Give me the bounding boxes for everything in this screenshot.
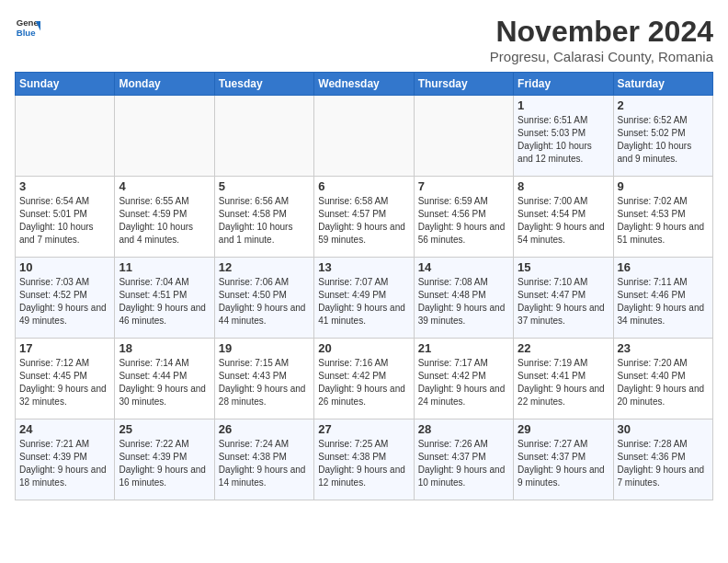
calendar-cell bbox=[214, 96, 313, 177]
calendar-cell: 15Sunrise: 7:10 AM Sunset: 4:47 PM Dayli… bbox=[514, 258, 613, 339]
calendar-cell: 1Sunrise: 6:51 AM Sunset: 5:03 PM Daylig… bbox=[514, 96, 613, 177]
svg-text:Blue: Blue bbox=[17, 28, 36, 38]
calendar-cell: 22Sunrise: 7:19 AM Sunset: 4:41 PM Dayli… bbox=[514, 339, 613, 419]
calendar-cell bbox=[314, 96, 414, 177]
calendar-cell: 6Sunrise: 6:58 AM Sunset: 4:57 PM Daylig… bbox=[314, 177, 414, 258]
calendar-cell bbox=[414, 96, 513, 177]
day-info: Sunrise: 7:26 AM Sunset: 4:37 PM Dayligh… bbox=[418, 438, 509, 489]
location-title: Progresu, Calarasi County, Romania bbox=[490, 49, 713, 64]
calendar-cell bbox=[115, 96, 214, 177]
day-info: Sunrise: 7:00 AM Sunset: 4:54 PM Dayligh… bbox=[518, 195, 609, 247]
calendar-cell: 7Sunrise: 6:59 AM Sunset: 4:56 PM Daylig… bbox=[414, 177, 513, 258]
logo-icon: General Blue bbox=[15, 15, 40, 40]
calendar-cell: 9Sunrise: 7:02 AM Sunset: 4:53 PM Daylig… bbox=[613, 177, 712, 258]
day-number: 4 bbox=[119, 179, 210, 193]
day-info: Sunrise: 7:08 AM Sunset: 4:48 PM Dayligh… bbox=[418, 276, 509, 327]
day-number: 8 bbox=[518, 179, 609, 193]
day-info: Sunrise: 7:19 AM Sunset: 4:41 PM Dayligh… bbox=[518, 357, 609, 408]
calendar-cell: 11Sunrise: 7:04 AM Sunset: 4:51 PM Dayli… bbox=[115, 258, 214, 339]
calendar-cell: 5Sunrise: 6:56 AM Sunset: 4:58 PM Daylig… bbox=[214, 177, 313, 258]
day-info: Sunrise: 7:15 AM Sunset: 4:43 PM Dayligh… bbox=[219, 357, 310, 408]
day-number: 18 bbox=[119, 341, 210, 355]
day-info: Sunrise: 6:54 AM Sunset: 5:01 PM Dayligh… bbox=[19, 195, 110, 247]
day-number: 14 bbox=[418, 260, 509, 274]
day-number: 12 bbox=[219, 260, 310, 274]
day-info: Sunrise: 7:07 AM Sunset: 4:49 PM Dayligh… bbox=[318, 276, 409, 327]
calendar-cell: 8Sunrise: 7:00 AM Sunset: 4:54 PM Daylig… bbox=[514, 177, 613, 258]
day-number: 22 bbox=[518, 341, 609, 355]
day-number: 3 bbox=[19, 179, 110, 193]
day-number: 20 bbox=[318, 341, 409, 355]
day-number: 10 bbox=[19, 260, 110, 274]
day-info: Sunrise: 7:06 AM Sunset: 4:50 PM Dayligh… bbox=[219, 276, 310, 327]
day-info: Sunrise: 7:04 AM Sunset: 4:51 PM Dayligh… bbox=[119, 276, 210, 327]
calendar-cell: 4Sunrise: 6:55 AM Sunset: 4:59 PM Daylig… bbox=[115, 177, 214, 258]
calendar-cell: 29Sunrise: 7:27 AM Sunset: 4:37 PM Dayli… bbox=[514, 419, 613, 500]
day-info: Sunrise: 7:27 AM Sunset: 4:37 PM Dayligh… bbox=[518, 438, 609, 489]
calendar-cell bbox=[16, 96, 115, 177]
day-info: Sunrise: 6:52 AM Sunset: 5:02 PM Dayligh… bbox=[618, 114, 709, 166]
day-info: Sunrise: 7:16 AM Sunset: 4:42 PM Dayligh… bbox=[318, 357, 409, 408]
week-row-4: 17Sunrise: 7:12 AM Sunset: 4:45 PM Dayli… bbox=[16, 339, 713, 419]
header-day-friday: Friday bbox=[514, 73, 613, 96]
header-day-thursday: Thursday bbox=[414, 73, 513, 96]
day-number: 26 bbox=[219, 422, 310, 436]
day-number: 2 bbox=[618, 98, 709, 112]
title-area: November 2024 Progresu, Calarasi County,… bbox=[490, 15, 713, 64]
day-number: 15 bbox=[518, 260, 609, 274]
day-info: Sunrise: 7:25 AM Sunset: 4:38 PM Dayligh… bbox=[318, 438, 409, 489]
week-row-5: 24Sunrise: 7:21 AM Sunset: 4:39 PM Dayli… bbox=[16, 419, 713, 500]
day-number: 23 bbox=[618, 341, 709, 355]
calendar-cell: 16Sunrise: 7:11 AM Sunset: 4:46 PM Dayli… bbox=[613, 258, 712, 339]
calendar-cell: 23Sunrise: 7:20 AM Sunset: 4:40 PM Dayli… bbox=[613, 339, 712, 419]
calendar-cell: 2Sunrise: 6:52 AM Sunset: 5:02 PM Daylig… bbox=[613, 96, 712, 177]
day-info: Sunrise: 7:03 AM Sunset: 4:52 PM Dayligh… bbox=[19, 276, 110, 327]
day-info: Sunrise: 7:14 AM Sunset: 4:44 PM Dayligh… bbox=[119, 357, 210, 408]
logo: General Blue bbox=[15, 15, 40, 40]
day-info: Sunrise: 7:21 AM Sunset: 4:39 PM Dayligh… bbox=[19, 438, 110, 489]
calendar-cell: 14Sunrise: 7:08 AM Sunset: 4:48 PM Dayli… bbox=[414, 258, 513, 339]
calendar-cell: 24Sunrise: 7:21 AM Sunset: 4:39 PM Dayli… bbox=[16, 419, 115, 500]
calendar-cell: 30Sunrise: 7:28 AM Sunset: 4:36 PM Dayli… bbox=[613, 419, 712, 500]
calendar-cell: 18Sunrise: 7:14 AM Sunset: 4:44 PM Dayli… bbox=[115, 339, 214, 419]
month-title: November 2024 bbox=[490, 15, 713, 49]
day-info: Sunrise: 7:12 AM Sunset: 4:45 PM Dayligh… bbox=[19, 357, 110, 408]
calendar-cell: 3Sunrise: 6:54 AM Sunset: 5:01 PM Daylig… bbox=[16, 177, 115, 258]
day-info: Sunrise: 6:56 AM Sunset: 4:58 PM Dayligh… bbox=[219, 195, 310, 247]
calendar-table: SundayMondayTuesdayWednesdayThursdayFrid… bbox=[15, 72, 713, 500]
header-day-tuesday: Tuesday bbox=[214, 73, 313, 96]
calendar-cell: 28Sunrise: 7:26 AM Sunset: 4:37 PM Dayli… bbox=[414, 419, 513, 500]
day-number: 13 bbox=[318, 260, 409, 274]
calendar-cell: 19Sunrise: 7:15 AM Sunset: 4:43 PM Dayli… bbox=[214, 339, 313, 419]
calendar-cell: 26Sunrise: 7:24 AM Sunset: 4:38 PM Dayli… bbox=[214, 419, 313, 500]
calendar-cell: 12Sunrise: 7:06 AM Sunset: 4:50 PM Dayli… bbox=[214, 258, 313, 339]
day-info: Sunrise: 7:20 AM Sunset: 4:40 PM Dayligh… bbox=[618, 357, 709, 408]
day-number: 16 bbox=[618, 260, 709, 274]
day-number: 1 bbox=[518, 98, 609, 112]
day-number: 29 bbox=[518, 422, 609, 436]
week-row-2: 3Sunrise: 6:54 AM Sunset: 5:01 PM Daylig… bbox=[16, 177, 713, 258]
day-info: Sunrise: 6:59 AM Sunset: 4:56 PM Dayligh… bbox=[418, 195, 509, 247]
day-number: 5 bbox=[219, 179, 310, 193]
header-day-monday: Monday bbox=[115, 73, 214, 96]
day-info: Sunrise: 6:55 AM Sunset: 4:59 PM Dayligh… bbox=[119, 195, 210, 247]
header-day-wednesday: Wednesday bbox=[314, 73, 414, 96]
day-info: Sunrise: 6:58 AM Sunset: 4:57 PM Dayligh… bbox=[318, 195, 409, 247]
day-number: 6 bbox=[318, 179, 409, 193]
day-info: Sunrise: 7:24 AM Sunset: 4:38 PM Dayligh… bbox=[219, 438, 310, 489]
day-number: 27 bbox=[318, 422, 409, 436]
day-number: 19 bbox=[219, 341, 310, 355]
calendar-cell: 10Sunrise: 7:03 AM Sunset: 4:52 PM Dayli… bbox=[16, 258, 115, 339]
day-info: Sunrise: 6:51 AM Sunset: 5:03 PM Dayligh… bbox=[518, 114, 609, 166]
day-info: Sunrise: 7:10 AM Sunset: 4:47 PM Dayligh… bbox=[518, 276, 609, 327]
day-info: Sunrise: 7:02 AM Sunset: 4:53 PM Dayligh… bbox=[618, 195, 709, 247]
day-info: Sunrise: 7:22 AM Sunset: 4:39 PM Dayligh… bbox=[119, 438, 210, 489]
week-row-3: 10Sunrise: 7:03 AM Sunset: 4:52 PM Dayli… bbox=[16, 258, 713, 339]
day-number: 11 bbox=[119, 260, 210, 274]
calendar-cell: 21Sunrise: 7:17 AM Sunset: 4:42 PM Dayli… bbox=[414, 339, 513, 419]
day-number: 21 bbox=[418, 341, 509, 355]
day-number: 9 bbox=[618, 179, 709, 193]
calendar-cell: 17Sunrise: 7:12 AM Sunset: 4:45 PM Dayli… bbox=[16, 339, 115, 419]
day-info: Sunrise: 7:17 AM Sunset: 4:42 PM Dayligh… bbox=[418, 357, 509, 408]
day-number: 7 bbox=[418, 179, 509, 193]
